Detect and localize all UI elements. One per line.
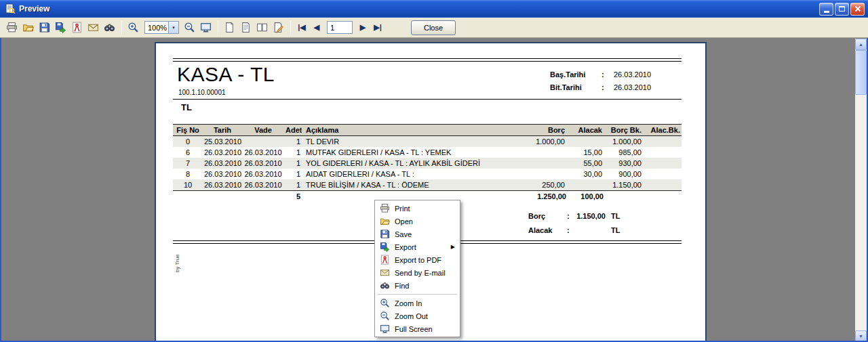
cell: TRUE BİLİŞİM / KASA - TL : ÖDEME [302, 179, 505, 191]
menu-item-label: Zoom Out [395, 312, 428, 320]
cell: 6 [173, 147, 203, 158]
open-button[interactable] [20, 20, 36, 35]
menu-item-zoom-in[interactable]: Zoom In [376, 297, 458, 309]
col-alac-bk: Alac.Bk. [643, 125, 682, 136]
app-icon [5, 3, 16, 14]
cell: 1 [284, 158, 302, 169]
title-bar: Preview [0, 0, 868, 18]
table-row: 0 25.03.2010 1 TL DEVIR 1.000,00 1.000,0… [173, 136, 682, 148]
dropdown-arrow-icon[interactable]: ▼ [168, 22, 178, 33]
scroll-down-button[interactable]: ▼ [855, 330, 867, 342]
first-page-button[interactable]: |◀ [294, 20, 309, 35]
two-page-icon [256, 22, 268, 33]
col-tarih: Tarih [203, 125, 242, 136]
zoom-out-button[interactable] [182, 20, 197, 35]
find-button[interactable] [102, 20, 117, 35]
menu-item-full-screen[interactable]: Full Screen [376, 322, 458, 335]
cell: 55,00 [566, 158, 604, 169]
close-preview-button[interactable]: Close [411, 20, 456, 35]
facing-pages-button[interactable] [254, 20, 270, 35]
cell [505, 169, 566, 179]
close-icon [854, 5, 861, 12]
printer-icon [6, 22, 18, 33]
minimize-icon [824, 11, 829, 13]
menu-item-zoom-out[interactable]: Zoom Out [376, 309, 458, 322]
last-page-button[interactable]: ▶| [370, 20, 385, 35]
toolbar: 100% ▼ |◀ ◀ ▶ ▶| Close [0, 18, 868, 38]
menu-item-label: Find [395, 282, 409, 290]
col-adet: Adet [284, 125, 302, 136]
menu-item-label: Export [395, 243, 416, 251]
cell: 930,00 [604, 158, 643, 169]
scrollbar-thumb[interactable] [855, 50, 867, 95]
maximize-icon [839, 6, 845, 12]
cell [566, 179, 604, 191]
edit-page-button[interactable] [271, 20, 286, 35]
pdf-icon [380, 255, 390, 265]
close-window-button[interactable] [850, 3, 865, 16]
menu-item-label: Open [395, 217, 413, 226]
page-number-input[interactable] [327, 21, 353, 34]
cell: 1 [284, 147, 302, 158]
menu-item-export[interactable]: Export ▶ [376, 240, 458, 253]
cell [242, 136, 284, 148]
cell [505, 158, 566, 169]
maximize-button[interactable] [835, 3, 849, 16]
vertical-scrollbar[interactable]: ▲ ▼ [855, 39, 867, 342]
transactions-table: Fiş No Tarih Vade Adet Açıklama Borç Ala… [173, 124, 682, 191]
page-view-button[interactable] [222, 20, 237, 35]
end-date-row: Bit.Tarihi : 26.03.2010 [550, 83, 682, 91]
menu-item-send-email[interactable]: Send by E-mail [376, 266, 458, 279]
menu-item-print[interactable]: Print [376, 202, 458, 215]
toolbar-separator [290, 21, 291, 35]
summary-borc-label: Borç [528, 212, 545, 220]
edit-page-icon [273, 22, 284, 33]
export-pdf-button[interactable] [69, 20, 85, 35]
full-screen-button[interactable] [198, 20, 214, 35]
single-page-icon [224, 22, 235, 33]
zoom-level-select[interactable]: 100% ▼ [144, 21, 179, 34]
next-page-button[interactable]: ▶ [355, 20, 370, 35]
cell [643, 158, 682, 169]
export-icon [380, 242, 390, 252]
header-rule [173, 99, 682, 100]
table-row: 8 26.03.2010 26.03.2010 1 AIDAT GIDERLER… [173, 169, 682, 179]
cell: 985,00 [604, 147, 643, 158]
full-screen-icon [200, 22, 212, 33]
full-screen-icon [380, 324, 390, 334]
send-email-button[interactable] [85, 20, 101, 35]
menu-separator [378, 294, 457, 295]
cell: 26.03.2010 [203, 179, 242, 191]
cell: 250,00 [505, 179, 566, 191]
menu-item-find[interactable]: Find [376, 279, 458, 292]
table-header-row: Fiş No Tarih Vade Adet Açıklama Borç Ala… [173, 125, 682, 136]
page-layout-button[interactable] [238, 20, 254, 35]
email-icon [87, 22, 99, 33]
zoom-button[interactable] [125, 20, 141, 35]
find-icon [380, 280, 390, 291]
export-button[interactable] [53, 20, 68, 35]
menu-item-open[interactable]: Open [376, 215, 458, 228]
print-icon [380, 203, 390, 213]
colon: : [567, 212, 570, 220]
cell: 26.03.2010 [242, 169, 284, 179]
menu-item-save[interactable]: Save [376, 228, 458, 240]
save-button[interactable] [37, 20, 52, 35]
prev-page-button[interactable]: ◀ [309, 20, 324, 35]
menu-item-label: Zoom In [395, 299, 422, 307]
cell: TL DEVIR [302, 136, 505, 148]
find-icon [104, 22, 115, 33]
email-icon [380, 268, 390, 278]
save-icon [380, 229, 390, 239]
start-date-label: Baş.Tarihi [550, 70, 601, 79]
minimize-button[interactable] [819, 3, 833, 16]
top-rule [173, 61, 682, 62]
scroll-up-button[interactable]: ▲ [855, 39, 867, 50]
side-watermark: by True [174, 254, 180, 272]
menu-item-label: Full Screen [395, 325, 433, 333]
table-row: 10 26.03.2010 26.03.2010 1 TRUE BİLİŞİM … [173, 179, 682, 191]
print-button[interactable] [4, 20, 20, 35]
section-title: TL [181, 102, 192, 112]
menu-item-export-pdf[interactable]: Export to PDF [376, 253, 458, 266]
cell: 26.03.2010 [242, 179, 284, 191]
